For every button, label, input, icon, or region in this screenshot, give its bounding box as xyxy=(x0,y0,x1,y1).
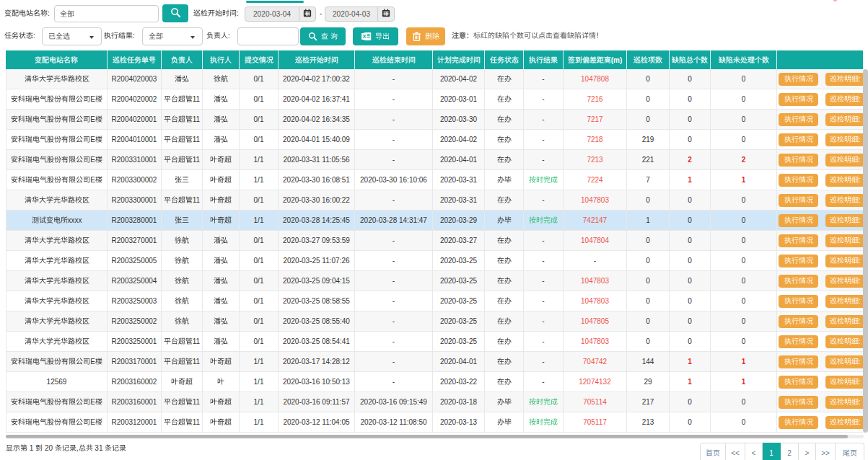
svg-text:X: X xyxy=(362,33,366,40)
